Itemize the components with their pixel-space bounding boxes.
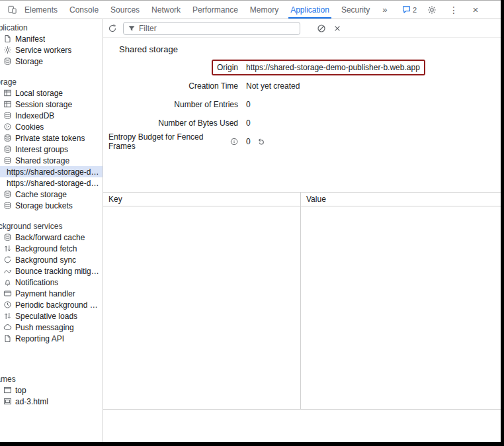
value-column	[301, 206, 501, 409]
service-worker-icon	[3, 46, 12, 54]
sidebar-item-speculative-loads[interactable]: Speculative loads	[0, 310, 103, 322]
sidebar-item-back-forward-cache[interactable]: Back/forward cache	[0, 232, 103, 243]
sidebar-item-session-storage[interactable]: Session storage	[0, 99, 103, 110]
tabbar-actions: 2 ⋮ ×	[402, 3, 501, 17]
sidebar-section-title: Storage	[0, 76, 103, 87]
devtools-app: ElementsConsoleSourcesNetworkPerformance…	[0, 0, 501, 442]
entries-table: Key Value	[103, 192, 501, 409]
database-icon	[3, 190, 12, 199]
sidebar-item-top[interactable]: top	[0, 384, 103, 396]
refresh-icon[interactable]	[107, 23, 118, 34]
message-count: 2	[413, 6, 417, 14]
console-messages-badge[interactable]: 2	[402, 5, 417, 14]
sidebar-item-cache-storage[interactable]: Cache storage	[0, 189, 103, 200]
field-number-of-entries: Number of Entries 0	[108, 95, 501, 114]
sidebar-section-title: Application	[0, 22, 103, 33]
sidebar-item-indexeddb[interactable]: IndexedDB	[0, 110, 103, 121]
tab-console[interactable]: Console	[63, 1, 105, 19]
sidebar-item-https-shared-storage-d[interactable]: https://shared-storage-d…	[0, 166, 103, 177]
field-label: Origin	[217, 63, 238, 72]
sidebar-item-storage-buckets[interactable]: Storage buckets	[0, 200, 103, 211]
iframe-icon	[3, 397, 12, 406]
metadata-report: Origin https://shared-storage-demo-publi…	[103, 58, 501, 151]
tab-performance[interactable]: Performance	[187, 1, 244, 19]
sidebar-item-interest-groups[interactable]: Interest groups	[0, 144, 103, 155]
sidebar-item-periodic-background-s[interactable]: Periodic background s…	[0, 299, 103, 310]
sidebar-item-background-sync[interactable]: Background sync	[0, 254, 103, 265]
more-options-icon[interactable]: ⋮	[447, 3, 460, 17]
bounce-icon	[3, 267, 12, 275]
sidebar-section-background-services: Background services Back/forward cache B…	[0, 220, 103, 344]
sidebar-item-notifications[interactable]: Notifications	[0, 277, 103, 288]
sidebar-section-application: Application Manifest Service workers Sto…	[0, 22, 103, 67]
reset-budget-icon[interactable]	[257, 138, 266, 146]
sidebar-item-service-workers[interactable]: Service workers	[0, 44, 103, 56]
cloud-icon	[3, 323, 12, 332]
filter-box[interactable]	[123, 22, 300, 35]
sidebar-section-storage: Storage Local storage Session storage In…	[0, 76, 103, 211]
up-down-arrows-icon	[3, 312, 12, 320]
field-label: Entropy Budget for Fenced Frames	[108, 132, 227, 151]
sidebar-item-background-fetch[interactable]: Background fetch	[0, 243, 103, 254]
devtools-tabbar: ElementsConsoleSourcesNetworkPerformance…	[0, 1, 501, 19]
sidebar-item-storage[interactable]: Storage	[0, 56, 103, 67]
sync-icon	[3, 255, 12, 264]
sidebar-item-cookies[interactable]: Cookies	[0, 121, 103, 132]
sidebar-item-private-state-tokens[interactable]: Private state tokens	[0, 132, 103, 144]
sidebar-item-push-messaging[interactable]: Push messaging	[0, 322, 103, 333]
frame-icon	[3, 386, 12, 394]
field-value: 0	[246, 118, 251, 128]
tab-elements[interactable]: Elements	[19, 1, 63, 19]
clear-icon[interactable]	[332, 23, 343, 34]
devtools-window: ElementsConsoleSourcesNetworkPerformance…	[0, 0, 504, 446]
up-down-arrows-icon	[3, 244, 12, 253]
sidebar-item-shared-storage[interactable]: Shared storage	[0, 155, 103, 166]
sidebar-item-manifest[interactable]: Manifest	[0, 33, 103, 44]
field-value: https://shared-storage-demo-publisher-b.…	[246, 63, 420, 72]
database-icon	[3, 145, 12, 154]
panel-tabs: ElementsConsoleSourcesNetworkPerformance…	[19, 1, 376, 19]
close-devtools-icon[interactable]: ×	[469, 3, 482, 17]
field-label: Number of Bytes Used	[158, 118, 238, 128]
page-title: Shared storage	[103, 38, 501, 58]
tab-application[interactable]: Application	[284, 1, 335, 19]
toggle-device-toolbar-icon[interactable]	[5, 3, 19, 17]
table-body	[103, 206, 501, 409]
database-icon	[3, 111, 12, 120]
sidebar-section-title: Background services	[0, 220, 103, 232]
field-label: Creation Time	[189, 81, 238, 91]
settings-gear-icon[interactable]	[425, 3, 439, 17]
filter-input[interactable]	[139, 24, 296, 33]
payment-icon	[3, 289, 12, 298]
cookie-icon	[3, 122, 12, 131]
sidebar-item-https-shared-storage-d[interactable]: https://shared-storage-d…	[0, 177, 103, 189]
table-icon	[3, 100, 12, 109]
sidebar-item-payment-handler[interactable]: Payment handler	[0, 288, 103, 299]
document-icon	[3, 34, 12, 43]
sidebar-section-frames: Frames top ad-3.html	[0, 373, 103, 407]
more-panels-chevron[interactable]: »	[376, 5, 394, 15]
shared-storage-toolbar	[103, 19, 501, 38]
tab-network[interactable]: Network	[146, 1, 187, 19]
field-entropy-budget-for-fenced-frames: Entropy Budget for Fenced Frames 0	[108, 132, 501, 151]
sidebar-item-reporting-api[interactable]: Reporting API	[0, 333, 103, 344]
tab-memory[interactable]: Memory	[244, 1, 284, 19]
database-icon	[3, 134, 12, 142]
database-icon	[3, 57, 12, 66]
delete-all-icon[interactable]	[316, 23, 327, 34]
filter-funnel-icon	[128, 24, 136, 32]
key-column	[103, 206, 301, 409]
column-header-key[interactable]: Key	[103, 193, 301, 206]
tab-security[interactable]: Security	[335, 1, 376, 19]
tab-sources[interactable]: Sources	[105, 1, 146, 19]
column-header-value[interactable]: Value	[301, 193, 326, 206]
info-icon[interactable]	[230, 138, 238, 146]
sidebar-section-title: Frames	[0, 373, 103, 384]
preview-pane	[103, 409, 501, 442]
field-value: 0	[246, 137, 251, 146]
sidebar-item-bounce-tracking-mitiga[interactable]: Bounce tracking mitiga…	[0, 265, 103, 277]
table-header: Key Value	[103, 192, 501, 206]
sidebar-item-local-storage[interactable]: Local storage	[0, 87, 103, 99]
sidebar-item-ad-3-html[interactable]: ad-3.html	[0, 396, 103, 407]
application-sidebar: Application Manifest Service workers Sto…	[0, 19, 103, 442]
